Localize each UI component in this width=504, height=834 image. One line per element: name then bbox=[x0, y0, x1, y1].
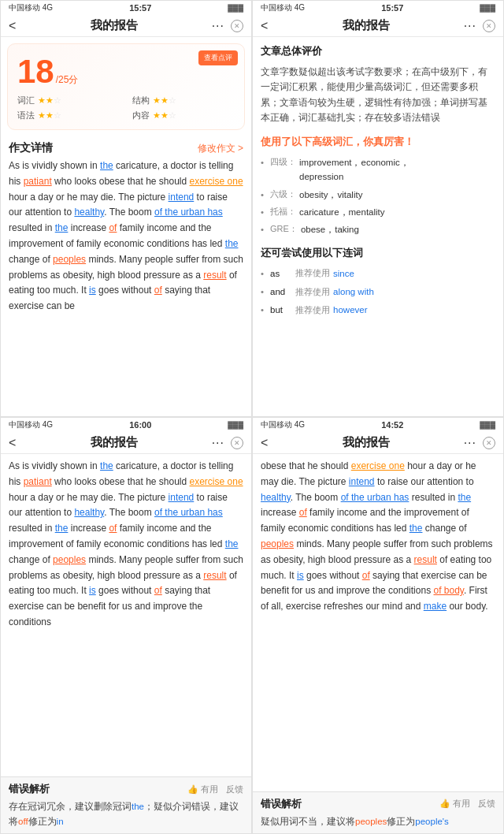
word-of-2: of bbox=[154, 285, 162, 296]
vocab-words-gre: obese，taking bbox=[301, 222, 359, 236]
battery-br: ▓▓▓ bbox=[480, 421, 495, 429]
word-of-br: of bbox=[299, 507, 307, 518]
conn-suggest-as: since bbox=[333, 266, 354, 281]
more-icon-tl[interactable]: ··· bbox=[212, 19, 224, 33]
review-button[interactable]: 查看点评 bbox=[198, 50, 238, 65]
score-grammar-stars: ★★☆ bbox=[38, 110, 61, 121]
carrier-tr: 中国移动 4G bbox=[261, 2, 305, 13]
essay-section-header: 作文详情 修改作文 > bbox=[1, 136, 251, 158]
nav-bar-tl: < 我的报告 ··· ✕ bbox=[1, 15, 251, 37]
word-intend: intend bbox=[169, 192, 195, 203]
feedback-button-bl[interactable]: 反馈 bbox=[226, 784, 243, 795]
panel-bottom-right: 中国移动 4G 14:52 ▓▓▓ < 我的报告 ··· ✕ obese tha… bbox=[252, 417, 504, 834]
word-urban-bl: of the urban has bbox=[154, 507, 223, 518]
word-is-br: is bbox=[297, 570, 304, 581]
nav-bar-bl: < 我的报告 ··· ✕ bbox=[1, 432, 251, 454]
word-result-bl: result bbox=[203, 570, 226, 581]
back-icon-bl[interactable]: < bbox=[9, 436, 16, 450]
back-icon-tr[interactable]: < bbox=[261, 19, 268, 33]
nav-left-tr: < bbox=[261, 19, 268, 33]
score-structure-label: 结构 bbox=[132, 95, 150, 106]
word-is-bl: is bbox=[89, 585, 96, 596]
bullet-4: • bbox=[261, 155, 264, 169]
score-grid: 词汇 ★★☆ 结构 ★★☆ 语法 ★★☆ 内容 ★★☆ bbox=[17, 95, 235, 121]
bullet-tf: • bbox=[261, 205, 264, 219]
kw-peoples-br: peoples bbox=[355, 817, 387, 826]
error-text-bl: 存在冠词冗余，建议删除冠词the；疑似介词错误，建议将off修正为in bbox=[9, 799, 243, 828]
close-icon-bl[interactable]: ✕ bbox=[231, 437, 243, 449]
right-content-tr: 文章总体评价 文章字数疑似超出该考试字数要求；在高中级别下，有一定词汇积累，能使… bbox=[253, 37, 503, 416]
nav-title-tl: 我的报告 bbox=[91, 18, 138, 33]
score-grammar-label: 语法 bbox=[17, 110, 35, 121]
vocab-level-4: 四级： bbox=[270, 155, 296, 169]
close-icon-br[interactable]: ✕ bbox=[483, 437, 495, 449]
nav-title-bl: 我的报告 bbox=[91, 435, 138, 450]
bullet-6: • bbox=[261, 188, 264, 202]
nav-left-bl: < bbox=[9, 436, 16, 450]
word-of-bl2: of bbox=[154, 585, 162, 596]
nav-left-tl: < bbox=[9, 19, 16, 33]
score-denom: /25分 bbox=[56, 73, 79, 87]
close-icon-tr[interactable]: ✕ bbox=[483, 20, 495, 32]
panel-content-bl: As is vividly shown in the caricature, a… bbox=[1, 454, 251, 776]
battery-tr: ▓▓▓ bbox=[480, 4, 495, 12]
nav-left-br: < bbox=[261, 436, 268, 450]
vocab-title: 使用了以下高级词汇，你真厉害！ bbox=[261, 134, 495, 151]
nav-right-br: ··· ✕ bbox=[464, 436, 495, 450]
more-icon-tr[interactable]: ··· bbox=[464, 19, 476, 33]
vocab-item-6: • 六级： obesity，vitality bbox=[261, 188, 495, 202]
word-the-2: the bbox=[55, 222, 69, 233]
bullet-as: • bbox=[261, 266, 264, 281]
word-result-br: result bbox=[414, 554, 437, 565]
bullet-and: • bbox=[261, 285, 264, 299]
battery-tl: ▓▓▓ bbox=[228, 4, 243, 12]
more-icon-br[interactable]: ··· bbox=[464, 436, 476, 450]
overview-title: 文章总体评价 bbox=[261, 43, 495, 60]
score-content-label: 内容 bbox=[132, 110, 150, 121]
status-bar-tr: 中国移动 4G 15:57 ▓▓▓ bbox=[253, 1, 503, 15]
time-tr: 15:57 bbox=[381, 3, 403, 13]
word-peoples-br: peoples bbox=[261, 538, 294, 549]
word-patiant: patiant bbox=[24, 176, 52, 187]
nav-right-tr: ··· ✕ bbox=[464, 19, 495, 33]
conn-word-but: but bbox=[270, 303, 292, 317]
vocab-level-tf: 托福： bbox=[270, 205, 296, 219]
score-content-stars: ★★☆ bbox=[153, 110, 176, 121]
time-tl: 15:57 bbox=[129, 3, 151, 13]
word-the-br2: the bbox=[410, 523, 423, 534]
useful-button-bl[interactable]: 👍 有用 bbox=[187, 784, 218, 795]
error-section-bl: 错误解析 👍 有用 反馈 存在冠词冗余，建议删除冠词the；疑似介词错误，建议将… bbox=[1, 776, 251, 833]
nav-bar-tr: < 我的报告 ··· ✕ bbox=[253, 15, 503, 37]
error-title-row-bl: 错误解析 👍 有用 反馈 bbox=[9, 782, 243, 796]
conn-label-but: 推荐使用 bbox=[295, 303, 330, 317]
word-of-br2: of bbox=[362, 570, 370, 581]
edit-essay-button[interactable]: 修改作文 > bbox=[198, 142, 243, 155]
score-value: 18 bbox=[17, 55, 54, 88]
word-of: of bbox=[109, 222, 117, 233]
word-of-bl: of bbox=[109, 523, 117, 534]
back-icon-tl[interactable]: < bbox=[9, 19, 16, 33]
conn-suggest-and: along with bbox=[333, 285, 374, 299]
battery-bl: ▓▓▓ bbox=[228, 421, 243, 429]
feedback-button-br[interactable]: 反馈 bbox=[478, 798, 495, 810]
kw-off-bl: off bbox=[18, 817, 28, 826]
score-grammar: 语法 ★★☆ bbox=[17, 110, 120, 121]
connector-title: 还可尝试使用以下连词 bbox=[261, 245, 495, 262]
kw-the-bl: the bbox=[132, 802, 144, 811]
vocab-words-tf: caricature，mentality bbox=[299, 205, 385, 219]
error-text-br: 疑似用词不当，建议将peoples修正为people's bbox=[261, 814, 495, 828]
score-structure: 结构 ★★☆ bbox=[132, 95, 235, 106]
more-icon-bl[interactable]: ··· bbox=[212, 436, 224, 450]
close-icon-tl[interactable]: ✕ bbox=[231, 20, 243, 32]
bullet-gre: • bbox=[261, 222, 264, 236]
nav-right-tl: ··· ✕ bbox=[212, 19, 243, 33]
back-icon-br[interactable]: < bbox=[261, 436, 268, 450]
word-peoples-bl: peoples bbox=[53, 554, 86, 565]
useful-button-br[interactable]: 👍 有用 bbox=[439, 798, 470, 810]
vocab-level-6: 六级： bbox=[270, 188, 296, 202]
word-ofbody-br: of body bbox=[433, 585, 463, 596]
carrier-bl: 中国移动 4G bbox=[9, 419, 53, 430]
vocab-words-4: improvement，economic，depression bbox=[299, 155, 410, 184]
connector-but: • but 推荐使用 however bbox=[261, 303, 495, 317]
error-actions-br: 👍 有用 反馈 bbox=[439, 798, 495, 810]
